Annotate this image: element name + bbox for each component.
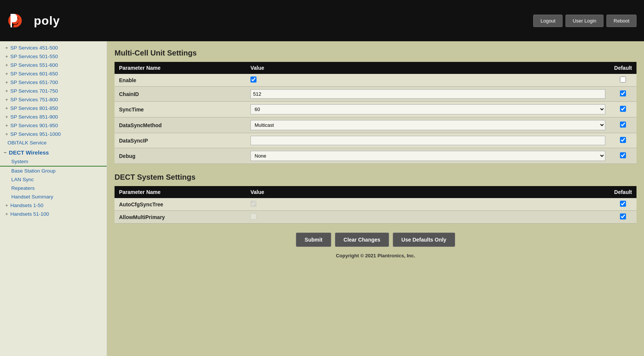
allowmultiprimary-checkbox bbox=[250, 213, 256, 219]
copyright-text: Copyright © 2021 Plantronics, Inc. bbox=[115, 253, 636, 258]
col-header-param: Parameter Name bbox=[115, 186, 246, 198]
value-datasyncmethod[interactable]: Multicast bbox=[246, 117, 610, 133]
plus-icon: + bbox=[5, 45, 8, 51]
logout-button[interactable]: Logout bbox=[533, 15, 563, 27]
default-allowmultiprimary bbox=[610, 211, 636, 224]
sidebar-item-repeaters[interactable]: Repeaters bbox=[0, 184, 107, 192]
col-header-default: Default bbox=[610, 62, 636, 74]
user-login-button[interactable]: User Login bbox=[566, 15, 603, 27]
table-row: DataSyncIP bbox=[115, 133, 636, 148]
sidebar-item-sp-501-550[interactable]: + SP Services 501-550 bbox=[0, 52, 107, 61]
param-synctime: SyncTime bbox=[115, 102, 246, 117]
enable-checkbox[interactable] bbox=[250, 77, 256, 83]
sidebar-item-lan-sync[interactable]: LAN Sync bbox=[0, 175, 107, 184]
default-autocfgsynctree bbox=[610, 198, 636, 211]
value-datasyncip[interactable] bbox=[246, 133, 610, 148]
debug-default-checkbox[interactable] bbox=[620, 152, 626, 158]
poly-logo-icon bbox=[8, 9, 30, 32]
sidebar-item-obitalk[interactable]: OBiTALK Service bbox=[0, 138, 107, 147]
default-chainid bbox=[610, 87, 636, 102]
plus-icon: + bbox=[5, 123, 8, 128]
plus-icon: + bbox=[5, 97, 8, 102]
allowmultiprimary-default-checkbox[interactable] bbox=[620, 213, 626, 219]
datasyncmethod-default-checkbox[interactable] bbox=[620, 122, 626, 128]
sidebar-item-handsets-51-100[interactable]: + Handsets 51-100 bbox=[0, 210, 107, 218]
main-content: Multi-Cell Unit Settings Parameter Name … bbox=[107, 41, 644, 356]
plus-icon: + bbox=[5, 114, 8, 120]
header: poly Logout User Login Reboot bbox=[0, 0, 644, 41]
sidebar-item-sp-801-850[interactable]: + SP Services 801-850 bbox=[0, 104, 107, 113]
multi-cell-section-title: Multi-Cell Unit Settings bbox=[115, 49, 636, 57]
value-debug[interactable]: None bbox=[246, 148, 610, 164]
debug-select[interactable]: None bbox=[250, 151, 605, 161]
multi-cell-table: Parameter Name Value Default Enable bbox=[115, 62, 636, 164]
action-buttons: Submit Clear Changes Use Defaults Only bbox=[115, 233, 636, 247]
value-enable bbox=[246, 74, 610, 87]
datasyncip-default-checkbox[interactable] bbox=[620, 137, 626, 143]
default-datasyncmethod bbox=[610, 117, 636, 133]
sidebar-item-sp-651-700[interactable]: + SP Services 651-700 bbox=[0, 78, 107, 87]
plus-icon: + bbox=[5, 80, 8, 85]
plus-icon: + bbox=[5, 203, 8, 208]
synctime-default-checkbox[interactable] bbox=[620, 106, 626, 112]
plus-icon: + bbox=[5, 131, 8, 137]
table-row: AllowMultiPrimary bbox=[115, 211, 636, 224]
sidebar-item-sp-551-600[interactable]: + SP Services 551-600 bbox=[0, 61, 107, 69]
table-row: ChainID bbox=[115, 87, 636, 102]
datasyncip-input[interactable] bbox=[250, 136, 605, 145]
dect-table: Parameter Name Value Default AutoCfgSync… bbox=[115, 186, 636, 224]
sidebar-item-sp-901-950[interactable]: + SP Services 901-950 bbox=[0, 121, 107, 130]
sidebar-item-sp-601-650[interactable]: + SP Services 601-650 bbox=[0, 69, 107, 78]
plus-icon: + bbox=[5, 54, 8, 59]
main-layout: + SP Services 451-500 + SP Services 501-… bbox=[0, 41, 644, 356]
param-debug: Debug bbox=[115, 148, 246, 164]
synctime-select[interactable]: 60 bbox=[250, 104, 605, 114]
col-header-param: Parameter Name bbox=[115, 62, 246, 74]
table-row: DataSyncMethod Multicast bbox=[115, 117, 636, 133]
param-enable: Enable bbox=[115, 74, 246, 87]
param-allowmultiprimary: AllowMultiPrimary bbox=[115, 211, 246, 224]
header-buttons: Logout User Login Reboot bbox=[533, 15, 636, 27]
sidebar-item-handset-summary[interactable]: Handset Summary bbox=[0, 192, 107, 201]
table-row: AutoCfgSyncTree bbox=[115, 198, 636, 211]
table-row: SyncTime 60 bbox=[115, 102, 636, 117]
value-synctime[interactable]: 60 bbox=[246, 102, 610, 117]
poly-brand-text: poly bbox=[34, 14, 60, 28]
default-datasyncip bbox=[610, 133, 636, 148]
table-row: Enable bbox=[115, 74, 636, 87]
value-chainid[interactable] bbox=[246, 87, 610, 102]
sidebar-section-dect-wireless[interactable]: − DECT Wireless bbox=[0, 147, 107, 157]
col-header-value: Value bbox=[246, 62, 610, 74]
autocfgsynctree-checkbox bbox=[250, 201, 256, 207]
sidebar-item-sp-851-900[interactable]: + SP Services 851-900 bbox=[0, 113, 107, 121]
autocfgsynctree-default-checkbox[interactable] bbox=[620, 201, 626, 207]
chainid-input[interactable] bbox=[250, 89, 605, 99]
col-header-value: Value bbox=[246, 186, 610, 198]
reboot-button[interactable]: Reboot bbox=[606, 15, 636, 27]
param-datasyncmethod: DataSyncMethod bbox=[115, 117, 246, 133]
sidebar-item-system[interactable]: System bbox=[0, 157, 107, 167]
enable-default-checkbox[interactable] bbox=[620, 77, 626, 83]
datasyncmethod-select[interactable]: Multicast bbox=[250, 120, 605, 130]
use-defaults-button[interactable]: Use Defaults Only bbox=[393, 233, 455, 247]
default-debug bbox=[610, 148, 636, 164]
sidebar-item-sp-451-500[interactable]: + SP Services 451-500 bbox=[0, 44, 107, 52]
plus-icon: + bbox=[5, 105, 8, 111]
dect-section-title: DECT System Settings bbox=[115, 173, 636, 182]
chainid-default-checkbox[interactable] bbox=[620, 90, 626, 96]
sidebar-item-sp-701-750[interactable]: + SP Services 701-750 bbox=[0, 87, 107, 95]
clear-changes-button[interactable]: Clear Changes bbox=[335, 233, 389, 247]
default-enable bbox=[610, 74, 636, 87]
sidebar: + SP Services 451-500 + SP Services 501-… bbox=[0, 41, 107, 356]
param-autocfgsynctree: AutoCfgSyncTree bbox=[115, 198, 246, 211]
param-chainid: ChainID bbox=[115, 87, 246, 102]
submit-button[interactable]: Submit bbox=[296, 233, 331, 247]
plus-icon: + bbox=[5, 211, 8, 217]
sidebar-item-base-station-group[interactable]: Base Station Group bbox=[0, 167, 107, 175]
table-row: Debug None bbox=[115, 148, 636, 164]
logo-area: poly bbox=[8, 9, 60, 32]
sidebar-item-sp-751-800[interactable]: + SP Services 751-800 bbox=[0, 95, 107, 104]
sidebar-item-handsets-1-50[interactable]: + Handsets 1-50 bbox=[0, 201, 107, 210]
value-allowmultiprimary bbox=[246, 211, 610, 224]
sidebar-item-sp-951-1000[interactable]: + SP Services 951-1000 bbox=[0, 130, 107, 138]
